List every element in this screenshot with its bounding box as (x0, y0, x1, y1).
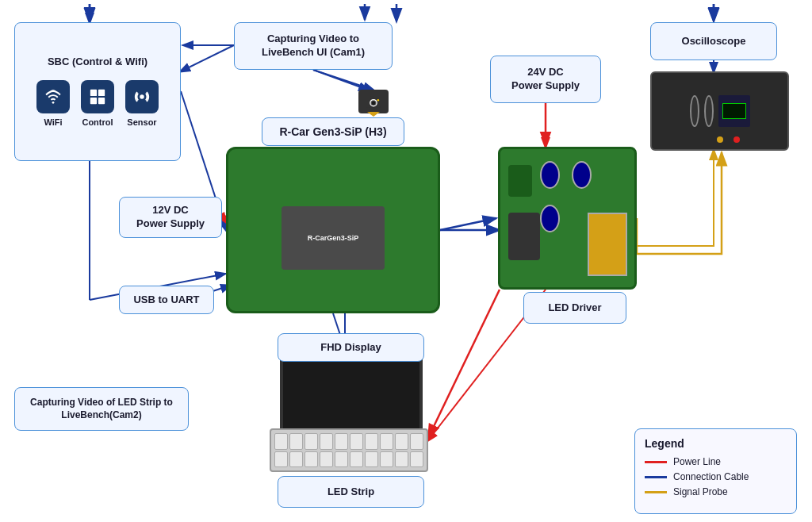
cam2-label: Capturing Video of LED Strip to LiveBenc… (30, 397, 173, 421)
sensor-icon (125, 80, 159, 113)
legend-power-line-swatch (645, 461, 667, 463)
fhd-display-box: FHD Display (278, 333, 424, 362)
led-strip-box: LED Strip (278, 476, 424, 508)
sbc-control-item: Control (81, 80, 114, 128)
led-strip-label: LED Strip (327, 486, 374, 499)
svg-line-23 (440, 218, 496, 230)
wifi-icon (36, 80, 70, 113)
sbc-box: SBC (Control & Wifi) WiFi (14, 22, 181, 161)
sbc-icons: WiFi Control (36, 80, 159, 128)
rcar-board-inner-text: R-CarGen3-SiP (308, 234, 359, 242)
fhd-display-label: FHD Display (320, 341, 381, 355)
svg-rect-29 (98, 90, 105, 96)
legend-connection-cable: Connection Cable (645, 471, 787, 482)
sbc-sensor-item: Sensor (125, 80, 159, 128)
legend-connection-cable-swatch (645, 476, 667, 478)
svg-line-19 (313, 70, 370, 90)
svg-rect-28 (90, 90, 97, 96)
cam1-camera-icon (358, 90, 389, 113)
legend-signal-probe: Signal Probe (645, 486, 787, 497)
cam1-box: Capturing Video to LiveBench UI (Cam1) (234, 22, 393, 70)
svg-line-26 (428, 290, 500, 438)
rcar-label-text: R-Car Gen3-SiP (H3) (279, 125, 386, 138)
cam2-box: Capturing Video of LED Strip to LiveBenc… (14, 387, 189, 431)
psu24-label: 24V DC Power Supply (511, 66, 580, 93)
led-driver-label: LED Driver (548, 301, 601, 315)
osc-box: Oscilloscope (650, 22, 777, 60)
legend-box: Legend Power Line Connection Cable Signa… (634, 428, 797, 514)
control-label: Control (82, 117, 113, 128)
cam1-label: Capturing Video to LiveBench UI (Cam1) (262, 33, 365, 59)
sbc-wifi-item: WiFi (36, 80, 70, 128)
sensor-label: Sensor (127, 117, 156, 128)
uart-box: USB to UART (119, 286, 214, 314)
svg-line-0 (313, 70, 373, 90)
osc-device-visual (650, 71, 789, 151)
display-screen (280, 349, 423, 436)
rcar-board: R-CarGen3-SiP (226, 147, 440, 313)
led-strip-visual (270, 428, 428, 472)
rcar-label: R-Car Gen3-SiP (H3) (262, 117, 404, 146)
legend-signal-probe-label: Signal Probe (673, 486, 728, 497)
led-driver-board (498, 147, 637, 290)
svg-point-27 (52, 102, 55, 104)
legend-connection-cable-label: Connection Cable (673, 471, 749, 482)
led-dot (274, 433, 288, 450)
svg-rect-31 (98, 98, 105, 104)
legend-power-line-label: Power Line (673, 456, 721, 467)
psu12-label: 12V DC Power Supply (136, 204, 205, 231)
control-icon (81, 80, 114, 113)
wifi-label: WiFi (44, 117, 62, 128)
legend-title: Legend (645, 437, 787, 450)
svg-rect-30 (90, 98, 97, 104)
svg-point-32 (140, 94, 144, 99)
osc-label: Oscilloscope (682, 35, 746, 48)
svg-line-2 (181, 45, 234, 71)
svg-point-37 (377, 99, 380, 102)
legend-signal-probe-swatch (645, 491, 667, 493)
sbc-title: SBC (Control & Wifi) (48, 56, 147, 69)
uart-label: USB to UART (133, 294, 199, 307)
legend-power-line: Power Line (645, 456, 787, 467)
diagram-container: SBC (Control & Wifi) WiFi (0, 0, 812, 522)
svg-rect-36 (370, 96, 374, 98)
psu24-box: 24V DC Power Supply (490, 56, 601, 103)
psu12-box: 12V DC Power Supply (119, 197, 222, 238)
rcar-board-inner: R-CarGen3-SiP (282, 206, 385, 270)
led-driver-box: LED Driver (523, 292, 626, 324)
svg-point-35 (372, 101, 376, 105)
